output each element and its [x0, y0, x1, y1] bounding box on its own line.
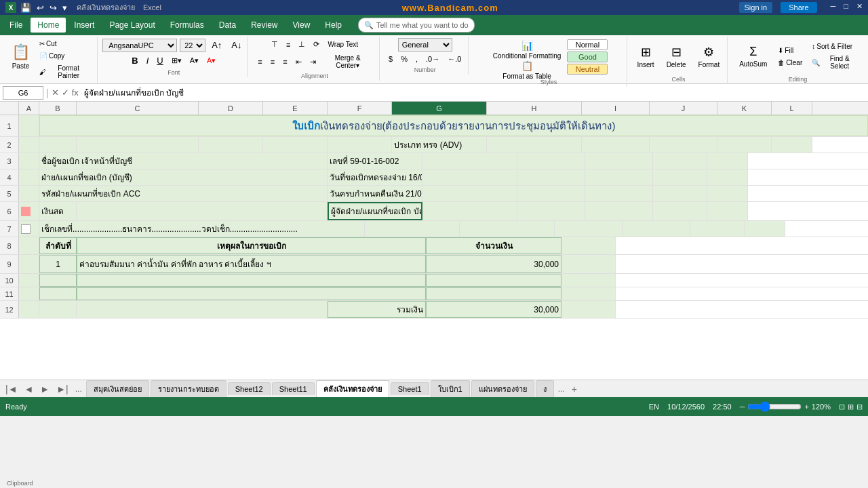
cell-A6[interactable] — [19, 202, 39, 220]
confirm-formula-icon[interactable]: ✓ — [62, 87, 69, 98]
menu-insert[interactable]: Insert — [67, 18, 101, 33]
paste-button[interactable]: 📋 Paste — [7, 38, 35, 75]
cell-H6[interactable] — [422, 202, 517, 220]
undo-icon[interactable]: ↩ — [35, 3, 45, 13]
sheet-tab-sheet1[interactable]: Sheet1 — [391, 382, 429, 395]
sheet-nav-prev[interactable]: ◄ — [22, 384, 37, 394]
maximize-button[interactable]: □ — [844, 2, 848, 13]
col-header-A[interactable]: A — [19, 102, 39, 115]
delete-button[interactable]: ⊟ Delete — [662, 38, 691, 75]
cell-G7[interactable] — [365, 221, 460, 237]
sheet-tab-sumud[interactable]: สมุดเงินสดย่อย — [86, 380, 149, 397]
cell-A9[interactable] — [19, 255, 39, 273]
cell-B7-F7[interactable]: เช็กเลขที่......................ธนาคาร..… — [39, 221, 365, 237]
menu-file[interactable]: File — [3, 18, 29, 33]
merge-center-button[interactable]: Merge & Center▾ — [321, 52, 375, 71]
cell-I4[interactable] — [517, 169, 585, 185]
increase-font-button[interactable]: A↑ — [208, 38, 225, 52]
neutral-style-button[interactable]: Neutral — [567, 64, 608, 75]
sheet-tab-sheet12[interactable]: Sheet12 — [228, 382, 271, 395]
currency-button[interactable]: $ — [385, 53, 396, 65]
decrease-indent-button[interactable]: ⇤ — [292, 56, 305, 68]
decrease-decimal-button[interactable]: ←.0 — [444, 53, 465, 65]
cell-A11[interactable] — [19, 287, 39, 300]
col-header-L[interactable]: L — [772, 102, 812, 115]
good-style-button[interactable]: Good — [567, 52, 608, 62]
cell-A7[interactable] — [19, 221, 39, 237]
format-button[interactable]: ⚙ Format — [694, 38, 725, 75]
align-right-button[interactable]: ≡ — [279, 56, 290, 68]
cell-L2[interactable] — [772, 137, 812, 152]
cell-J5[interactable] — [585, 186, 653, 201]
cell-A5[interactable] — [19, 186, 39, 201]
zoom-in-icon[interactable]: + — [804, 403, 808, 411]
fill-color-button[interactable]: A▾ — [186, 54, 202, 67]
cell-J2[interactable] — [650, 137, 717, 152]
cell-J7[interactable] — [623, 221, 690, 237]
col-header-I[interactable]: I — [582, 102, 650, 115]
align-center-button[interactable]: ≡ — [267, 56, 278, 68]
cell-C12-F12[interactable] — [77, 301, 328, 318]
cut-button[interactable]: ✂ Cut — [36, 38, 93, 49]
cell-C10-H10[interactable] — [77, 274, 426, 287]
cell-B5-F5[interactable]: รหัสฝ่าย/แผนกที่ขอเบิก ACC — [39, 186, 328, 201]
increase-indent-button[interactable]: ⇥ — [307, 56, 319, 68]
minimize-button[interactable]: ─ — [831, 2, 836, 13]
sheet-tab-baibik1[interactable]: ใบเบิก1 — [431, 380, 470, 397]
col-header-G[interactable]: G — [392, 102, 487, 115]
menu-formulas[interactable]: Formulas — [163, 18, 211, 33]
cell-F2[interactable] — [328, 137, 392, 152]
cell-I6[interactable] — [517, 202, 585, 220]
cell-A8[interactable] — [19, 237, 39, 254]
sheet-tab-klang[interactable]: คลังเงินทดรองจ่าย — [316, 380, 389, 398]
sheet-tab-phaen[interactable]: แผ่นทดรองจ่าย — [471, 380, 534, 397]
cell-L4[interactable] — [707, 169, 748, 185]
page-layout-view-icon[interactable]: ⊞ — [848, 403, 854, 411]
decrease-font-button[interactable]: A↓ — [228, 38, 245, 52]
zoom-out-icon[interactable]: ─ — [740, 403, 745, 411]
percent-button[interactable]: % — [397, 53, 411, 65]
sheet-nav-last[interactable]: ►| — [54, 384, 71, 394]
cell-A3[interactable] — [19, 153, 39, 169]
cell-B8[interactable]: ลำดับที่ — [39, 237, 77, 254]
normal-style-button[interactable]: Normal — [567, 39, 608, 50]
cell-G12-H12[interactable]: รวมเงิน — [328, 301, 426, 318]
cell-I5[interactable] — [517, 186, 585, 201]
cell-G5[interactable]: วันครบกำหนดคืนเงิน 21/01/2559 — [328, 186, 422, 201]
cell-C9-H9[interactable]: ค่าอบรมสัมมนา ค่าน้ำมัน ค่าที่พัก อาหาร … — [77, 255, 426, 273]
col-header-F[interactable]: F — [328, 102, 392, 115]
align-top-button[interactable]: ⊤ — [268, 38, 281, 51]
font-family-select[interactable]: AngsanaUPC — [102, 39, 177, 52]
col-header-H[interactable]: H — [487, 102, 582, 115]
add-sheet-button[interactable]: + — [569, 384, 580, 394]
cell-H7[interactable] — [460, 221, 555, 237]
cell-I3[interactable] — [517, 153, 585, 169]
cell-B2[interactable] — [39, 137, 77, 152]
cell-K2[interactable] — [717, 137, 772, 152]
cell-B3-F3[interactable]: ชื่อผู้ขอเบิก เจ้าหน้าที่บัญชี — [39, 153, 328, 169]
cell-K8[interactable] — [561, 237, 616, 254]
cell-I2[interactable] — [582, 137, 650, 152]
tell-me-input[interactable]: 🔍 Tell me what you want to do — [358, 18, 475, 33]
orientation-button[interactable]: ⟳ — [310, 38, 323, 51]
align-bottom-button[interactable]: ⊥ — [295, 38, 309, 51]
comma-button[interactable]: , — [412, 53, 421, 65]
fill-button[interactable]: ⬇ Fill — [774, 45, 806, 56]
cell-B10[interactable] — [39, 274, 77, 287]
cell-C11-H11[interactable] — [77, 287, 426, 300]
find-select-button[interactable]: 🔍 Find & Select — [808, 53, 861, 72]
font-size-select[interactable]: 22 — [180, 39, 205, 52]
border-button[interactable]: ⊞▾ — [168, 54, 185, 67]
cell-I7[interactable] — [555, 221, 623, 237]
cell-H2[interactable] — [487, 137, 582, 152]
cell-J6[interactable] — [585, 202, 653, 220]
cell-B1-to-L1[interactable]: ใบเบิกเงินทดรองจ่าย(ต้องประกอบด้วยรายงาน… — [39, 115, 868, 136]
cell-K7[interactable] — [690, 221, 745, 237]
cell-D2[interactable] — [199, 137, 263, 152]
cell-K11[interactable] — [561, 287, 616, 300]
wrap-text-button[interactable]: Wrap Text — [324, 39, 361, 50]
cell-L6[interactable] — [707, 202, 748, 220]
cell-H5[interactable] — [422, 186, 517, 201]
sort-filter-button[interactable]: ↕ Sort & Filter — [808, 41, 861, 52]
cell-A10[interactable] — [19, 274, 39, 287]
